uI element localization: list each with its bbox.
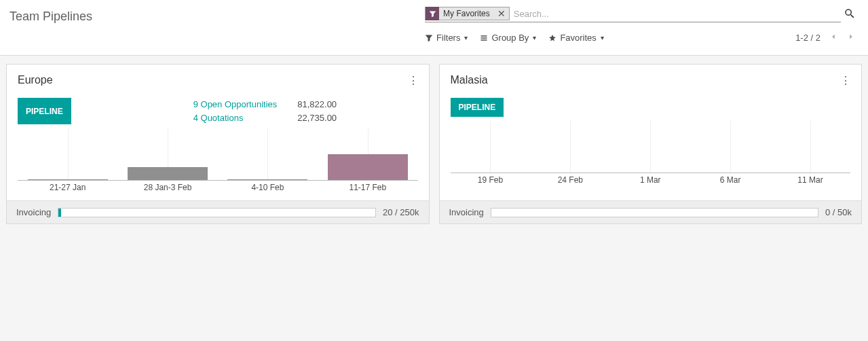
pipeline-button[interactable]: PIPELINE — [18, 98, 71, 124]
groupby-button[interactable]: Group By ▾ — [480, 33, 536, 43]
pipeline-button[interactable]: PIPELINE — [451, 98, 504, 117]
filters-button[interactable]: Filters ▾ — [425, 33, 468, 43]
favorites-button[interactable]: Favorites ▾ — [548, 33, 603, 43]
pager-next[interactable] — [846, 32, 856, 43]
caret-down-icon: ▾ — [533, 34, 536, 41]
invoicing-value: 0 / 50k — [825, 207, 852, 217]
kebab-icon[interactable]: ⋮ — [408, 74, 418, 87]
bar-chart: 19 Feb24 Feb1 Mar6 Mar11 Mar — [451, 121, 851, 189]
chart-bar — [28, 179, 108, 180]
chart-tick-label: 19 Feb — [478, 175, 503, 185]
facet-label: My Favorites — [439, 9, 494, 18]
open-opportunities-link[interactable]: 9 Open Opportunities — [193, 98, 278, 111]
card-title: Malasia — [451, 74, 488, 86]
invoicing-value: 20 / 250k — [383, 207, 419, 217]
search-input[interactable] — [510, 7, 841, 20]
filters-label: Filters — [436, 33, 460, 43]
invoicing-progress — [58, 208, 376, 217]
pager-prev[interactable] — [829, 32, 838, 43]
bar-chart: 21-27 Jan28 Jan-3 Feb4-10 Feb11-17 Feb — [18, 128, 418, 196]
search-facet: My Favorites ✕ — [425, 7, 510, 20]
chart-tick-label: 21-27 Jan — [50, 183, 86, 192]
caret-down-icon: ▾ — [464, 34, 468, 41]
invoicing-progress — [491, 208, 818, 217]
chart-tick-label: 1 Mar — [640, 175, 661, 185]
page-title: Team Pipelines — [10, 7, 92, 24]
opportunities-value: 81,822.00 — [297, 98, 337, 111]
search-icon[interactable] — [841, 7, 858, 22]
facet-remove[interactable]: ✕ — [494, 9, 509, 18]
invoicing-label: Invoicing — [449, 207, 484, 217]
quotations-value: 22,735.00 — [297, 111, 337, 125]
chart-tick-label: 6 Mar — [720, 175, 741, 185]
chart-tick-label: 4-10 Feb — [251, 183, 284, 192]
pipeline-card: Malasia⋮PIPELINE19 Feb24 Feb1 Mar6 Mar11… — [439, 64, 863, 224]
kebab-icon[interactable]: ⋮ — [840, 74, 850, 87]
chart-tick-label: 11-17 Feb — [349, 183, 386, 192]
groupby-label: Group By — [491, 33, 529, 43]
chart-tick-label: 28 Jan-3 Feb — [144, 183, 192, 192]
pager-text: 1-2 / 2 — [795, 33, 820, 43]
chart-tick-label: 24 Feb — [558, 175, 583, 185]
chart-tick-label: 11 Mar — [797, 175, 823, 185]
filter-icon — [426, 7, 439, 20]
favorites-label: Favorites — [560, 33, 596, 43]
search-field[interactable]: My Favorites ✕ — [425, 7, 841, 22]
chart-bar — [227, 179, 307, 180]
invoicing-label: Invoicing — [16, 207, 51, 217]
chart-bar — [128, 167, 208, 180]
chart-bar — [328, 154, 408, 180]
pipeline-card: Europe⋮PIPELINE9 Open Opportunities4 Quo… — [6, 64, 430, 224]
quotations-link[interactable]: 4 Quotations — [193, 111, 278, 125]
caret-down-icon: ▾ — [601, 34, 604, 41]
card-title: Europe — [18, 74, 53, 86]
